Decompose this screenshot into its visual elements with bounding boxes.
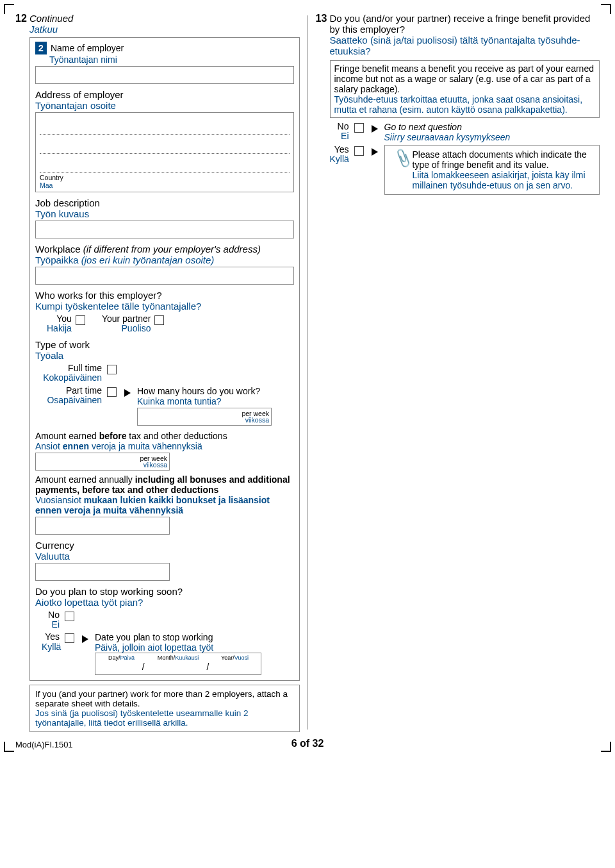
job-desc-input[interactable] (35, 221, 294, 238)
fringe-def-fi: Työsuhde-etuus tarkoittaa etuutta, jonka… (334, 94, 596, 115)
note-en: If you (and your partner) work for more … (35, 689, 294, 708)
continued-en: Continued (29, 13, 73, 24)
you-label-en: You (47, 314, 72, 324)
amount-before-en: Amount earned before tax and other deduc… (35, 431, 227, 441)
currency-label-en: Currency (35, 540, 74, 551)
employer-address-input[interactable]: Country Maa (35, 112, 294, 192)
type-of-work-label-en: Type of work (35, 339, 90, 350)
partner-checkbox[interactable] (154, 315, 164, 325)
country-label-fi: Maa (40, 181, 53, 189)
form-code: Mod(iA)FI.1501 (15, 740, 73, 749)
attach-text-en: Please attach documents which indicate t… (413, 149, 594, 170)
column-divider (308, 15, 308, 730)
fulltime-checkbox[interactable] (107, 365, 117, 374)
perweek-en: per week (242, 410, 269, 417)
crop-mark-tr (601, 4, 611, 14)
date-stop-fi: Päivä, jolloin aiot lopettaa työt (95, 642, 261, 653)
q13-no-checkbox[interactable] (354, 123, 364, 133)
amount-annual-fi: Vuosiansiot mukaan lukien kaikki bonukse… (35, 495, 270, 515)
perweek2-fi: viikossa (140, 462, 167, 469)
hours-label-fi: Kuinka monta tuntia? (137, 396, 272, 406)
perweek-fi: viikossa (242, 417, 269, 424)
fringe-definition-box: Fringe benefit means a benefit you recei… (330, 60, 600, 118)
who-works-label-fi: Kumpi työskentelee tälle työnantajalle? (35, 301, 294, 312)
stop-no-en: No (42, 610, 60, 620)
employer-name-label-en: Name of employer (51, 43, 124, 53)
paperclip-icon: 📎 (383, 147, 413, 192)
note-fi: Jos sinä (ja puolisosi) työskentelette u… (35, 708, 294, 728)
employer-section: 2 Name of employer Työnantajan nimi Addr… (29, 37, 300, 681)
stop-working-label-fi: Aiotko lopettaa työt pian? (35, 597, 294, 608)
page-number: 6 of 32 (291, 738, 324, 749)
q13-yes-fi: Kyllä (330, 154, 349, 164)
crop-mark-br (601, 742, 611, 752)
attach-documents-box: 📎 Please attach documents which indicate… (384, 145, 600, 195)
stop-working-label-en: Do you plan to stop working soon? (35, 586, 183, 597)
parttime-checkbox[interactable] (107, 387, 117, 397)
q13-no-en: No (330, 122, 349, 131)
crop-mark-bl (4, 742, 14, 752)
you-label-fi: Hakija (47, 324, 72, 333)
q13-no-fi: Ei (330, 131, 349, 141)
arrow-icon-3 (372, 125, 378, 133)
q13-yes-en: Yes (330, 145, 349, 154)
fulltime-label-en: Full time (35, 363, 102, 373)
question-12: 12 Continued Jatkuu 2 Name of employer T… (29, 13, 300, 732)
job-desc-label-fi: Työn kuvaus (35, 208, 294, 219)
q13-number: 13 (316, 13, 327, 24)
amount-annual-en: Amount earned annually including all bon… (35, 474, 290, 495)
stop-yes-checkbox[interactable] (65, 633, 74, 643)
attach-text-fi: Liitä lomakkeeseen asiakirjat, joista kä… (413, 170, 594, 190)
goto-next-en: Go to next question (384, 122, 511, 132)
fringe-def-en: Fringe benefit means a benefit you recei… (334, 63, 596, 94)
date-stop-input[interactable]: Day/Päivä Month/Kuukausi Year/Vuosi / / (95, 653, 261, 675)
employer-address-label-en: Address of employer (35, 89, 124, 100)
question-13: 13 Do you (and/or your partner) receive … (330, 13, 600, 732)
date-stop-en: Date you plan to stop working (95, 632, 261, 642)
type-of-work-label-fi: Työala (35, 350, 294, 361)
stop-no-fi: Ei (42, 620, 60, 630)
amount-before-fi: Ansiot ennen veroja ja muita vähennyksiä (35, 441, 202, 451)
currency-label-fi: Valuutta (35, 551, 294, 562)
you-checkbox[interactable] (76, 315, 85, 325)
country-label-en: Country (40, 174, 63, 181)
employer-name-input[interactable] (35, 66, 294, 84)
partner-label-fi: Puoliso (102, 324, 151, 333)
continued-fi: Jatkuu (29, 24, 58, 35)
stop-yes-fi: Kyllä (42, 642, 60, 652)
employer-address-label-fi: Työnantajan osoite (35, 100, 294, 111)
currency-input[interactable] (35, 563, 170, 581)
page-footer: Mod(iA)FI.1501 6 of 32 (15, 740, 600, 749)
arrow-icon-4 (372, 148, 378, 156)
hours-label-en: How many hours do you work? (137, 386, 272, 396)
perweek2-en: per week (140, 455, 167, 462)
arrow-icon (124, 389, 131, 397)
q13-question-en: Do you (and/or your partner) receive a f… (330, 13, 591, 35)
stop-no-checkbox[interactable] (65, 612, 74, 621)
employer-name-label-fi: Työnantajan nimi (49, 54, 117, 65)
q12-number: 12 (15, 13, 27, 24)
who-works-label-en: Who works for this employer? (35, 290, 162, 301)
amount-annual-input[interactable] (35, 517, 170, 535)
workplace-label-en: Workplace (if different from your employ… (35, 244, 261, 255)
parttime-label-en: Part time (35, 386, 102, 396)
crop-mark-tl (4, 4, 14, 14)
arrow-icon-2 (82, 635, 88, 643)
partner-label-en: Your partner (102, 314, 151, 324)
workplace-label-fi: Työpaikka (jos eri kuin työnantajan osoi… (35, 255, 294, 265)
q13-question-fi: Saatteko (sinä ja/tai puolisosi) tältä t… (330, 35, 580, 56)
q13-yes-checkbox[interactable] (354, 146, 364, 156)
fulltime-label-fi: Kokopäiväinen (35, 373, 102, 383)
more-employers-note: If you (and your partner) work for more … (29, 685, 300, 732)
workplace-input[interactable] (35, 267, 294, 285)
stop-yes-en: Yes (42, 632, 60, 642)
parttime-label-fi: Osapäiväinen (35, 396, 102, 405)
goto-next-fi: Siirry seuraavaan kysymykseen (384, 132, 511, 142)
job-desc-label-en: Job description (35, 197, 100, 208)
employer-badge: 2 (35, 42, 47, 54)
